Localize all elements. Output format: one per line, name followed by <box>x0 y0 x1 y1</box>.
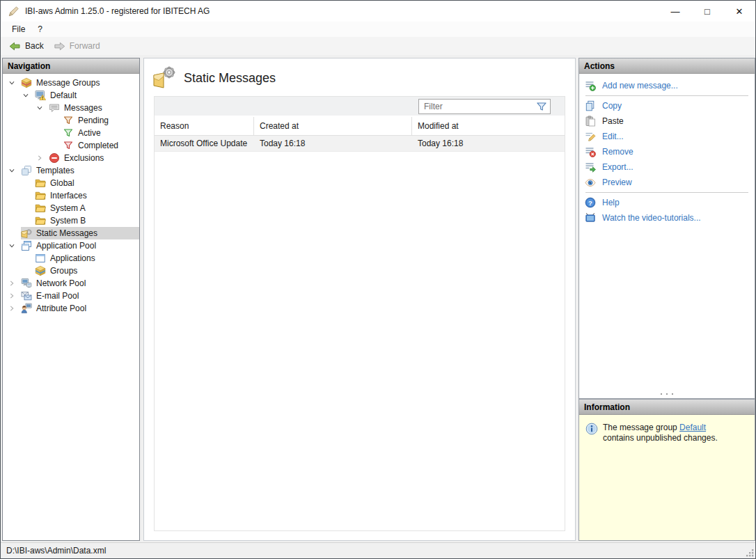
tree-item-messages[interactable]: Messages <box>7 102 139 114</box>
tree-item-body: System A <box>35 202 139 214</box>
tree-item-label: Message Groups <box>36 78 100 88</box>
default-group-link[interactable]: Default <box>679 423 706 432</box>
close-button[interactable]: ✕ <box>723 1 755 22</box>
app-window: IBI-aws Admin 1.25.0 - registered for IB… <box>0 0 756 559</box>
chevron-right-icon[interactable] <box>35 153 49 163</box>
chevron-down-icon[interactable] <box>7 166 21 175</box>
svg-text:?: ? <box>588 199 592 207</box>
tree-indent <box>7 139 49 152</box>
action-copy[interactable]: Copy <box>579 98 755 113</box>
tree-item-network-pool[interactable]: Network Pool <box>7 277 139 290</box>
filter-strip <box>155 97 565 116</box>
add-message-icon <box>585 80 596 91</box>
application-icon <box>35 253 46 264</box>
tree-item-label: Static Messages <box>36 228 97 238</box>
tree-item-pending[interactable]: Pending <box>7 114 139 127</box>
chevron-down-icon[interactable] <box>7 241 21 251</box>
chevron-down-icon[interactable] <box>7 78 21 88</box>
filter-funnel-icon[interactable] <box>535 100 548 113</box>
tree-item-e-mail-pool[interactable]: E-mail Pool <box>7 290 139 302</box>
speech-bubble-icon <box>49 102 60 113</box>
action-label: Paste <box>602 116 624 126</box>
tree-item-message-groups[interactable]: Message Groups <box>7 77 139 89</box>
panel-splitter-handle[interactable] <box>579 390 755 398</box>
actions-divider <box>585 95 748 96</box>
action-edit[interactable]: Edit... <box>579 129 755 144</box>
tree-item-application-pool[interactable]: Application Pool <box>7 239 139 252</box>
chevron-down-icon[interactable] <box>35 103 49 113</box>
table-empty-area <box>155 152 565 530</box>
forward-button[interactable]: Forward <box>49 40 105 53</box>
action-preview[interactable]: Preview <box>579 175 755 190</box>
funnel-pending-icon <box>63 115 74 126</box>
action-help[interactable]: ?Help <box>579 195 755 210</box>
tree-item-active[interactable]: Active <box>7 127 139 139</box>
tree-indent <box>7 252 21 265</box>
tree-item-body: Application Pool <box>21 239 139 252</box>
back-label: Back <box>25 41 44 51</box>
information-body: The message group Default contains unpub… <box>579 415 755 540</box>
tree-item-groups[interactable]: Groups <box>7 265 139 277</box>
resize-grip[interactable] <box>746 549 755 558</box>
tree-indent <box>7 152 35 164</box>
tree-item-global[interactable]: Global <box>7 177 139 189</box>
application-pool-icon <box>21 240 32 251</box>
chevron-right-icon[interactable] <box>7 291 21 301</box>
tree-item-label: Templates <box>36 166 74 175</box>
content-area: Navigation Message GroupsDefaultMessages… <box>1 55 755 542</box>
chevron-right-icon[interactable] <box>7 278 21 288</box>
tree-item-interfaces[interactable]: Interfaces <box>7 189 139 202</box>
chevron-right-icon[interactable] <box>7 304 21 313</box>
navigation-panel: Navigation Message GroupsDefaultMessages… <box>2 58 140 541</box>
tree-item-body: Global <box>35 177 139 189</box>
tree-item-label: Messages <box>64 103 102 113</box>
tree-item-applications[interactable]: Applications <box>7 252 139 265</box>
table-row[interactable]: Microsoft Office UpdateToday 16:18Today … <box>155 136 565 152</box>
tree-indent <box>7 89 21 102</box>
column-header-modified-at[interactable]: Modified at <box>412 117 565 135</box>
edit-icon <box>585 131 596 142</box>
tree-indent <box>7 102 35 114</box>
tree-item-system-a[interactable]: System A <box>7 202 139 214</box>
main-header: Static Messages <box>144 58 575 96</box>
action-export[interactable]: Export... <box>579 159 755 175</box>
menu-file[interactable]: File <box>6 23 32 36</box>
minimize-button[interactable]: — <box>659 1 691 22</box>
information-message: The message group Default contains unpub… <box>603 423 739 443</box>
tree-indent <box>7 114 49 127</box>
status-bar: D:\IBI-aws\Admin\Data.xml <box>1 542 755 558</box>
folder-icon <box>35 215 46 226</box>
column-header-created-at[interactable]: Created at <box>254 117 412 135</box>
actions-divider <box>585 192 748 193</box>
tree-item-body: Applications <box>35 252 139 265</box>
action-watch-the-video-tutorials[interactable]: Watch the video-tutorials... <box>579 210 755 226</box>
action-label: Watch the video-tutorials... <box>602 213 701 223</box>
back-button[interactable]: Back <box>4 40 49 53</box>
navigation-tree: Message GroupsDefaultMessagesPendingActi… <box>3 74 139 540</box>
action-label: Help <box>602 198 620 207</box>
filter-input[interactable] <box>419 102 535 111</box>
action-paste[interactable]: Paste <box>579 113 755 129</box>
tree-item-exclusions[interactable]: Exclusions <box>7 152 139 164</box>
toolbar: Back Forward <box>1 37 755 56</box>
tree-item-body: Pending <box>63 114 139 127</box>
tree-item-default[interactable]: Default <box>7 89 139 102</box>
maximize-button[interactable]: □ <box>691 1 723 22</box>
tree-item-body: Groups <box>35 265 139 277</box>
menu-help[interactable]: ? <box>32 23 49 36</box>
tree-indent <box>7 214 21 227</box>
action-label: Export... <box>602 162 633 172</box>
tree-item-system-b[interactable]: System B <box>7 214 139 227</box>
chevron-down-icon[interactable] <box>21 90 35 100</box>
column-header-reason[interactable]: Reason <box>155 117 254 135</box>
tree-item-attribute-pool[interactable]: Attribute Pool <box>7 302 139 315</box>
action-add-new-message[interactable]: Add new message... <box>579 78 755 93</box>
action-label: Remove <box>602 147 633 157</box>
action-remove[interactable]: Remove <box>579 144 755 159</box>
navigation-header: Navigation <box>3 58 139 74</box>
tree-item-completed[interactable]: Completed <box>7 139 139 152</box>
tree-item-static-messages[interactable]: Static Messages <box>7 227 139 239</box>
tree-item-label: Applications <box>50 253 95 263</box>
groups-icon <box>35 265 46 276</box>
tree-item-templates[interactable]: Templates <box>7 164 139 177</box>
